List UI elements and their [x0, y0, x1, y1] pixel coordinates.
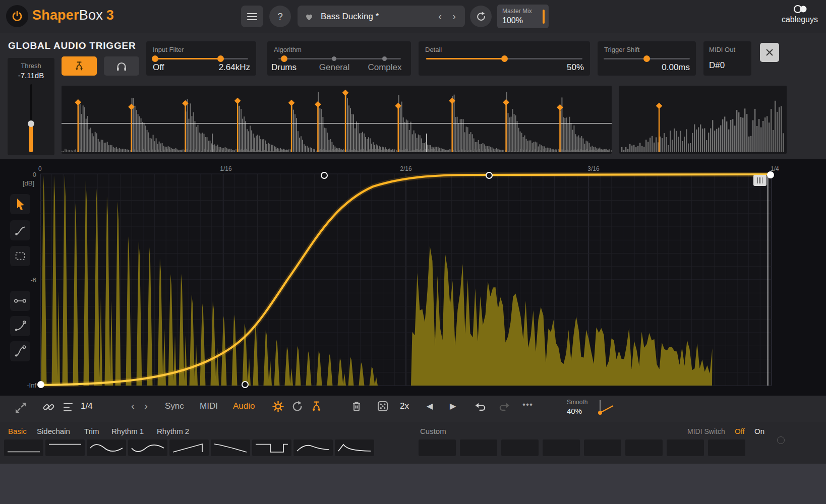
tab-trim[interactable]: Trim — [84, 427, 99, 435]
help-button[interactable]: ? — [269, 6, 291, 27]
smooth-curve-icon[interactable] — [595, 399, 617, 417]
randomize-button[interactable] — [377, 400, 389, 412]
wave-preset-ramp-up[interactable] — [169, 439, 209, 456]
trigger-waveform — [62, 86, 612, 154]
input-filter-max: 2.64kHz — [219, 62, 250, 73]
tab-sidechain[interactable]: Sidechain — [37, 427, 70, 435]
power-button[interactable] — [6, 5, 28, 27]
tool-cursor-button[interactable] — [10, 194, 30, 214]
rate-next-button[interactable]: › — [144, 400, 148, 412]
undo-button[interactable] — [475, 401, 487, 413]
y-label-zero: 0 — [19, 171, 36, 178]
algorithm-opt-general[interactable]: General — [317, 62, 352, 73]
ruler-3-16: 3/16 — [583, 165, 604, 172]
logo-part2: Box — [79, 8, 103, 23]
custom-slot-5[interactable] — [584, 439, 621, 456]
midi-switch-on[interactable]: On — [754, 427, 764, 435]
trigger-waveform-display[interactable] — [62, 86, 612, 154]
menu-button[interactable] — [241, 6, 263, 27]
cursor-arrow-icon — [14, 197, 27, 211]
trigger-preview-display[interactable] — [619, 86, 787, 154]
logo-part1: Shaper — [32, 8, 79, 23]
power-icon — [11, 10, 23, 22]
input-filter-low-handle[interactable] — [152, 55, 158, 62]
favorite-heart-icon[interactable] — [304, 12, 314, 21]
tool-scurve-button[interactable] — [10, 341, 30, 361]
algorithm-handle-drums[interactable] — [281, 55, 287, 62]
threshold-panel: Thresh -7.11dB — [8, 58, 54, 155]
more-options-button[interactable]: ••• — [522, 400, 533, 410]
algorithm-dot-complex[interactable] — [382, 56, 387, 61]
preset-next-button[interactable]: › — [452, 11, 456, 22]
master-mix-control[interactable]: Master Mix 100% — [497, 5, 549, 28]
wave-preset-square[interactable] — [252, 439, 291, 456]
midi-tab[interactable]: MIDI — [200, 401, 218, 411]
wave-preset-pluck[interactable] — [335, 439, 374, 456]
redo-button[interactable] — [498, 401, 510, 413]
audio-tab[interactable]: Audio — [233, 401, 255, 411]
y-label-mid: -6 — [19, 276, 36, 284]
global-audio-trigger-section: GLOBAL AUDIO TRIGGER Thresh -7.11dB — [0, 33, 826, 159]
algorithm-opt-complex[interactable]: Complex — [366, 62, 403, 73]
preset-bar[interactable]: Bass Ducking * ‹ › — [298, 6, 465, 27]
lfo-graph-section: 0 1/16 2/16 3/16 1/4 0 [dB] -6 -Inf — [0, 159, 826, 396]
steps-button[interactable] — [62, 401, 74, 413]
detail-handle[interactable] — [501, 55, 508, 62]
tool-draw-button[interactable] — [10, 220, 30, 240]
algorithm-opt-drums[interactable]: Drums — [267, 62, 301, 73]
nudge-left-button[interactable]: ◀ — [427, 401, 433, 411]
sync-tab[interactable]: Sync — [165, 401, 184, 411]
trigger-settings-button[interactable] — [272, 400, 284, 413]
custom-label: Custom — [420, 427, 446, 435]
tab-rhythm1[interactable]: Rhythm 1 — [111, 427, 144, 435]
listen-button[interactable] — [104, 56, 139, 76]
detail-value: 50% — [567, 62, 584, 73]
audio-trigger-toggle[interactable] — [62, 56, 97, 76]
custom-slot-1[interactable] — [419, 439, 456, 456]
tab-rhythm2[interactable]: Rhythm 2 — [157, 427, 189, 435]
envelope-plot[interactable] — [40, 174, 772, 386]
expand-button[interactable] — [14, 401, 28, 415]
custom-slot-4[interactable] — [543, 439, 580, 456]
master-mix-meter — [543, 10, 545, 24]
input-filter-high-handle[interactable] — [217, 55, 224, 62]
tool-curve-button[interactable] — [10, 316, 30, 336]
custom-slot-6[interactable] — [625, 439, 663, 456]
smooth-value[interactable]: 40% — [567, 407, 582, 415]
loop-mode-button[interactable] — [291, 400, 304, 413]
trigger-shift-handle[interactable] — [643, 55, 650, 62]
midi-switch-off[interactable]: Off — [735, 427, 745, 435]
custom-slot-3[interactable] — [501, 439, 539, 456]
midi-out-value[interactable]: D#0 — [709, 60, 725, 71]
rate-value[interactable]: 1/4 — [81, 401, 93, 411]
wave-preset-triangle[interactable] — [293, 439, 333, 456]
close-icon — [765, 48, 774, 56]
preset-prev-button[interactable]: ‹ — [438, 11, 442, 22]
compare-button[interactable] — [470, 6, 492, 27]
tool-line-button[interactable] — [10, 291, 30, 311]
tool-select-button[interactable] — [10, 246, 30, 266]
wave-preset-flat-low[interactable] — [4, 439, 43, 456]
custom-slot-2[interactable] — [460, 439, 497, 456]
close-trigger-button[interactable] — [760, 43, 779, 62]
wave-preset-flat-high[interactable] — [45, 439, 85, 456]
loop-end-grip[interactable] — [753, 175, 766, 186]
trigger-mode-button[interactable] — [310, 400, 323, 413]
tab-basic[interactable]: Basic — [8, 427, 27, 435]
wave-preset-ramp-down[interactable] — [211, 439, 250, 456]
multiply-button[interactable]: 2x — [400, 401, 409, 411]
delete-button[interactable] — [350, 400, 363, 413]
algorithm-dot-general[interactable] — [332, 56, 336, 61]
wave-preset-sine[interactable] — [87, 439, 126, 456]
ruler-0: 0 — [38, 165, 42, 172]
nudge-right-button[interactable]: ▶ — [450, 401, 456, 411]
custom-slot-8[interactable] — [708, 439, 745, 456]
thresh-slider-handle[interactable] — [28, 120, 34, 127]
rate-prev-button[interactable]: ‹ — [131, 400, 135, 412]
headphones-icon — [115, 60, 128, 72]
link-button[interactable] — [42, 400, 55, 414]
wave-preset-inverse-sine[interactable] — [128, 439, 167, 456]
custom-extra-icon[interactable] — [777, 436, 785, 444]
custom-slot-7[interactable] — [667, 439, 704, 456]
line-points-icon — [13, 294, 27, 307]
